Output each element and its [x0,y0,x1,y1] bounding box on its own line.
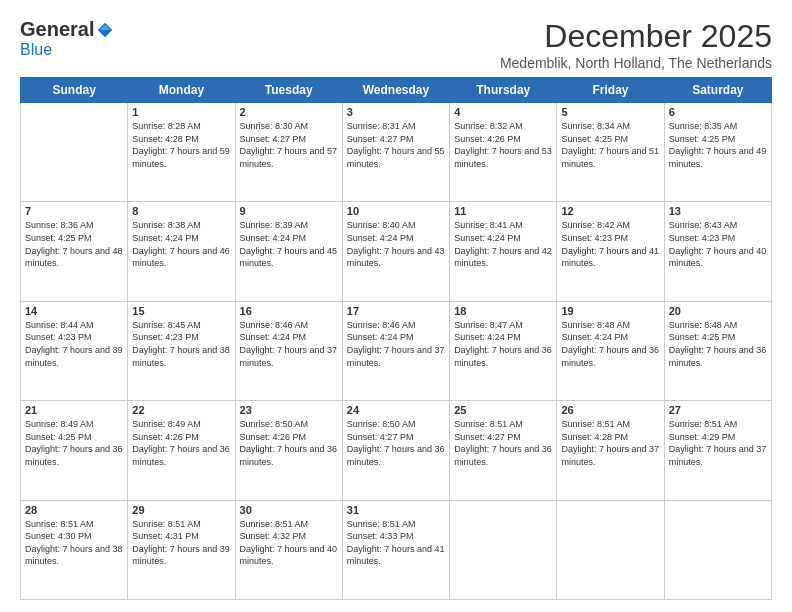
day-number: 17 [347,305,445,317]
day-number: 22 [132,404,230,416]
calendar-cell: 30Sunrise: 8:51 AM Sunset: 4:32 PM Dayli… [235,500,342,599]
cell-info: Sunrise: 8:49 AM Sunset: 4:25 PM Dayligh… [25,418,123,468]
cell-info: Sunrise: 8:35 AM Sunset: 4:25 PM Dayligh… [669,120,767,170]
cell-info: Sunrise: 8:46 AM Sunset: 4:24 PM Dayligh… [240,319,338,369]
day-number: 7 [25,205,123,217]
cell-info: Sunrise: 8:28 AM Sunset: 4:28 PM Dayligh… [132,120,230,170]
calendar-cell: 24Sunrise: 8:50 AM Sunset: 4:27 PM Dayli… [342,401,449,500]
day-number: 27 [669,404,767,416]
header-tuesday: Tuesday [235,78,342,103]
cell-info: Sunrise: 8:48 AM Sunset: 4:25 PM Dayligh… [669,319,767,369]
day-number: 11 [454,205,552,217]
day-number: 8 [132,205,230,217]
day-number: 23 [240,404,338,416]
day-number: 19 [561,305,659,317]
cell-info: Sunrise: 8:51 AM Sunset: 4:27 PM Dayligh… [454,418,552,468]
calendar-week-4: 28Sunrise: 8:51 AM Sunset: 4:30 PM Dayli… [21,500,772,599]
calendar-week-2: 14Sunrise: 8:44 AM Sunset: 4:23 PM Dayli… [21,301,772,400]
day-number: 12 [561,205,659,217]
calendar-cell: 26Sunrise: 8:51 AM Sunset: 4:28 PM Dayli… [557,401,664,500]
day-number: 14 [25,305,123,317]
cell-info: Sunrise: 8:34 AM Sunset: 4:25 PM Dayligh… [561,120,659,170]
day-number: 1 [132,106,230,118]
calendar-cell [21,103,128,202]
logo: General Blue [20,18,114,59]
calendar-cell: 16Sunrise: 8:46 AM Sunset: 4:24 PM Dayli… [235,301,342,400]
calendar-cell: 27Sunrise: 8:51 AM Sunset: 4:29 PM Dayli… [664,401,771,500]
cell-info: Sunrise: 8:50 AM Sunset: 4:27 PM Dayligh… [347,418,445,468]
cell-info: Sunrise: 8:32 AM Sunset: 4:26 PM Dayligh… [454,120,552,170]
calendar-cell: 9Sunrise: 8:39 AM Sunset: 4:24 PM Daylig… [235,202,342,301]
cell-info: Sunrise: 8:36 AM Sunset: 4:25 PM Dayligh… [25,219,123,269]
calendar-cell: 2Sunrise: 8:30 AM Sunset: 4:27 PM Daylig… [235,103,342,202]
calendar-cell: 4Sunrise: 8:32 AM Sunset: 4:26 PM Daylig… [450,103,557,202]
calendar-cell [557,500,664,599]
day-number: 30 [240,504,338,516]
calendar-week-0: 1Sunrise: 8:28 AM Sunset: 4:28 PM Daylig… [21,103,772,202]
cell-info: Sunrise: 8:41 AM Sunset: 4:24 PM Dayligh… [454,219,552,269]
day-number: 13 [669,205,767,217]
logo-general-text: General [20,18,94,41]
day-number: 16 [240,305,338,317]
day-number: 5 [561,106,659,118]
calendar-cell: 29Sunrise: 8:51 AM Sunset: 4:31 PM Dayli… [128,500,235,599]
logo-icon [96,21,114,39]
day-number: 2 [240,106,338,118]
cell-info: Sunrise: 8:51 AM Sunset: 4:28 PM Dayligh… [561,418,659,468]
day-number: 6 [669,106,767,118]
calendar-cell: 1Sunrise: 8:28 AM Sunset: 4:28 PM Daylig… [128,103,235,202]
day-number: 3 [347,106,445,118]
calendar-cell: 10Sunrise: 8:40 AM Sunset: 4:24 PM Dayli… [342,202,449,301]
calendar-cell: 7Sunrise: 8:36 AM Sunset: 4:25 PM Daylig… [21,202,128,301]
day-number: 31 [347,504,445,516]
calendar-cell: 28Sunrise: 8:51 AM Sunset: 4:30 PM Dayli… [21,500,128,599]
day-number: 24 [347,404,445,416]
calendar-cell: 6Sunrise: 8:35 AM Sunset: 4:25 PM Daylig… [664,103,771,202]
cell-info: Sunrise: 8:47 AM Sunset: 4:24 PM Dayligh… [454,319,552,369]
calendar-cell: 13Sunrise: 8:43 AM Sunset: 4:23 PM Dayli… [664,202,771,301]
calendar-cell [664,500,771,599]
cell-info: Sunrise: 8:31 AM Sunset: 4:27 PM Dayligh… [347,120,445,170]
calendar-week-3: 21Sunrise: 8:49 AM Sunset: 4:25 PM Dayli… [21,401,772,500]
logo-blue-text: Blue [20,41,52,58]
day-number: 10 [347,205,445,217]
day-number: 28 [25,504,123,516]
calendar-cell: 3Sunrise: 8:31 AM Sunset: 4:27 PM Daylig… [342,103,449,202]
cell-info: Sunrise: 8:43 AM Sunset: 4:23 PM Dayligh… [669,219,767,269]
cell-info: Sunrise: 8:50 AM Sunset: 4:26 PM Dayligh… [240,418,338,468]
header-sunday: Sunday [21,78,128,103]
cell-info: Sunrise: 8:51 AM Sunset: 4:33 PM Dayligh… [347,518,445,568]
cell-info: Sunrise: 8:42 AM Sunset: 4:23 PM Dayligh… [561,219,659,269]
cell-info: Sunrise: 8:51 AM Sunset: 4:32 PM Dayligh… [240,518,338,568]
calendar-cell: 17Sunrise: 8:46 AM Sunset: 4:24 PM Dayli… [342,301,449,400]
calendar-cell: 12Sunrise: 8:42 AM Sunset: 4:23 PM Dayli… [557,202,664,301]
calendar-cell: 22Sunrise: 8:49 AM Sunset: 4:26 PM Dayli… [128,401,235,500]
cell-info: Sunrise: 8:51 AM Sunset: 4:29 PM Dayligh… [669,418,767,468]
weekday-header-row: Sunday Monday Tuesday Wednesday Thursday… [21,78,772,103]
header-wednesday: Wednesday [342,78,449,103]
page: General Blue December 2025 Medemblik, No… [0,0,792,612]
cell-info: Sunrise: 8:30 AM Sunset: 4:27 PM Dayligh… [240,120,338,170]
calendar-table: Sunday Monday Tuesday Wednesday Thursday… [20,77,772,600]
header-friday: Friday [557,78,664,103]
day-number: 4 [454,106,552,118]
header-saturday: Saturday [664,78,771,103]
calendar-cell: 14Sunrise: 8:44 AM Sunset: 4:23 PM Dayli… [21,301,128,400]
calendar-cell: 25Sunrise: 8:51 AM Sunset: 4:27 PM Dayli… [450,401,557,500]
cell-info: Sunrise: 8:46 AM Sunset: 4:24 PM Dayligh… [347,319,445,369]
cell-info: Sunrise: 8:39 AM Sunset: 4:24 PM Dayligh… [240,219,338,269]
location: Medemblik, North Holland, The Netherland… [500,55,772,71]
day-number: 20 [669,305,767,317]
calendar-cell: 11Sunrise: 8:41 AM Sunset: 4:24 PM Dayli… [450,202,557,301]
header-thursday: Thursday [450,78,557,103]
calendar-cell: 18Sunrise: 8:47 AM Sunset: 4:24 PM Dayli… [450,301,557,400]
cell-info: Sunrise: 8:45 AM Sunset: 4:23 PM Dayligh… [132,319,230,369]
cell-info: Sunrise: 8:51 AM Sunset: 4:31 PM Dayligh… [132,518,230,568]
calendar-cell [450,500,557,599]
calendar-cell: 21Sunrise: 8:49 AM Sunset: 4:25 PM Dayli… [21,401,128,500]
calendar-cell: 20Sunrise: 8:48 AM Sunset: 4:25 PM Dayli… [664,301,771,400]
cell-info: Sunrise: 8:51 AM Sunset: 4:30 PM Dayligh… [25,518,123,568]
header-monday: Monday [128,78,235,103]
day-number: 18 [454,305,552,317]
day-number: 21 [25,404,123,416]
